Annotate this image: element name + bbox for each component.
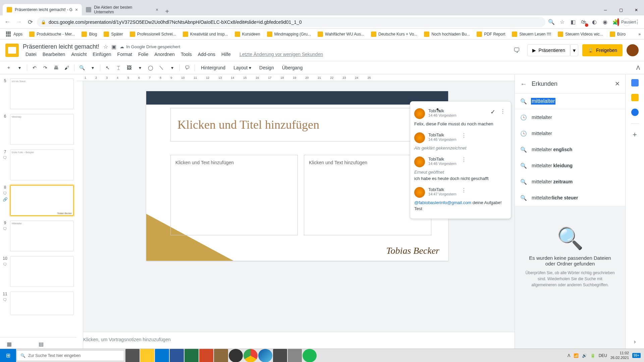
suggestion-item[interactable]: 🔍mittelalter englisch [515, 141, 625, 158]
extension-icon[interactable]: ◉ [601, 18, 609, 26]
design-button[interactable]: Design [256, 65, 277, 70]
comment-more-icon[interactable]: ⋮ [499, 108, 507, 115]
address-bar[interactable]: 🔒 docs.google.com/presentation/d/1yV372S… [37, 17, 545, 27]
app-icon[interactable] [288, 349, 302, 362]
bookmark-item[interactable]: Noch hochladen Bu... [421, 30, 473, 38]
filmstrip[interactable]: 5Ich bin Tewut. 6Mindmap 7🗨Erste Folie –… [0, 74, 76, 351]
menu-format[interactable]: Format [115, 51, 135, 58]
comment-mention[interactable]: @fabiobaslerinfo@gmail.com [414, 200, 471, 205]
excel-icon[interactable] [184, 349, 199, 362]
add-addon-icon[interactable]: + [631, 131, 639, 138]
bookmark-item[interactable]: Wahlfächer WU Aus... [315, 30, 367, 38]
task-view-icon[interactable] [125, 349, 140, 362]
paint-format-button[interactable]: 🖌 [62, 63, 71, 72]
transition-button[interactable]: Übergang [279, 65, 306, 70]
slide-thumbnail[interactable]: Ich bin Tewut. [10, 78, 74, 109]
menu-addons[interactable]: Add-ons [195, 51, 218, 58]
suggestion-item[interactable]: 🕓mittelalter [515, 125, 625, 141]
slide-thumbnail-active[interactable]: Tobias Becker [10, 185, 74, 216]
keep-icon[interactable] [631, 94, 639, 101]
back-button[interactable]: ← [3, 17, 12, 27]
comment-thread[interactable]: TobiTalk14:46 Vorgestern ✓ ⋮ Felix, dies… [410, 101, 511, 219]
bookmarks-overflow-icon[interactable]: » [638, 32, 641, 37]
collapse-toolbar-icon[interactable]: ᐱ [636, 65, 640, 71]
notification-badge[interactable]: 99+ [632, 353, 641, 358]
suggestion-item[interactable]: 🔍mittelalter kleidung [515, 158, 625, 174]
close-window-button[interactable]: ✕ [629, 5, 644, 15]
zoom-dropdown[interactable]: ▾ [88, 63, 97, 72]
slide-canvas[interactable]: Klicken und Titel hinzufügen Klicken und… [146, 91, 448, 261]
edge-icon[interactable] [258, 349, 272, 362]
bookmark-item[interactable]: Produktsuche - Mer... [26, 30, 77, 38]
redo-button[interactable]: ↷ [41, 63, 50, 72]
bookmark-apps[interactable]: Apps [3, 30, 25, 38]
line-dropdown[interactable]: ▾ [167, 63, 177, 72]
extension-icon[interactable]: ◐ [590, 18, 598, 26]
slides-logo-icon[interactable] [5, 44, 19, 57]
tray-chevron-icon[interactable]: ᐱ [568, 353, 570, 358]
edge-legacy-icon[interactable] [155, 349, 169, 362]
tab-close-icon[interactable]: × [75, 7, 78, 12]
browser-tab-active[interactable]: Präsentieren leicht gemacht! - G × [3, 4, 82, 15]
maximize-button[interactable]: ▢ [613, 5, 629, 15]
forward-button[interactable]: → [14, 17, 23, 27]
hide-sidepanel-icon[interactable]: › [634, 338, 636, 345]
speaker-notes[interactable]: Klicken, um Vortragsnotizen hinzuzufügen [76, 332, 515, 351]
search-query-selected[interactable]: mittelalter [531, 98, 555, 105]
menu-tools[interactable]: Tools [178, 51, 195, 58]
bookmark-item[interactable]: Steuern Videos wic... [555, 30, 606, 38]
account-avatar[interactable] [627, 44, 639, 56]
browser-tab[interactable]: Die Aktien der besten Unternehm × [82, 4, 162, 15]
comment-more-icon[interactable]: ⋮ [460, 132, 468, 139]
start-button[interactable]: ⊞ [0, 349, 16, 362]
new-tab-button[interactable]: + [162, 8, 172, 15]
resolve-check-icon[interactable]: ✓ [490, 108, 495, 116]
move-icon[interactable]: ▣ [111, 44, 116, 50]
line-tool[interactable]: ＼ [157, 63, 166, 72]
file-explorer-icon[interactable] [140, 349, 154, 362]
profile-pause-pill[interactable]: T Pausiert [623, 18, 631, 26]
title-placeholder[interactable]: Klicken und Titel hinzufügen [170, 108, 424, 141]
slide-thumbnail[interactable]: Mittelalter [10, 221, 74, 251]
bookmark-item[interactable]: Später [101, 30, 125, 38]
explore-close-icon[interactable]: ✕ [615, 80, 620, 87]
slide-thumbnail[interactable] [10, 256, 74, 287]
bookmark-item[interactable]: Blog [79, 30, 100, 38]
explore-back-icon[interactable]: ← [520, 80, 527, 88]
calendar-icon[interactable] [631, 79, 639, 86]
suggestion-item[interactable]: 🔍mittelalter zeitraum [515, 174, 625, 190]
image-dropdown[interactable]: ▾ [135, 63, 145, 72]
slide-thumbnail[interactable]: Mindmap [10, 114, 74, 145]
background-button[interactable]: Hintergrund [198, 65, 229, 70]
bookmark-item[interactable]: Kursideen [232, 30, 263, 38]
print-button[interactable]: 🖶 [51, 63, 61, 72]
undo-button[interactable]: ↶ [30, 63, 39, 72]
zoom-icon[interactable]: 🔍 [547, 18, 555, 26]
chrome-menu-icon[interactable]: ⋮ [633, 18, 641, 26]
menu-anordnen[interactable]: Anordnen [152, 51, 177, 58]
suggestion-item[interactable]: 🕓mittelalter [515, 109, 625, 125]
slide-thumbnail[interactable]: Erste Folie – Beispiel [10, 149, 74, 180]
comments-button[interactable]: 🗨 [510, 44, 523, 57]
bookmark-item[interactable]: Büro [607, 30, 628, 38]
tab-close-icon[interactable]: × [156, 7, 158, 12]
share-button[interactable]: 🔒Freigeben [582, 44, 623, 56]
volume-icon[interactable]: 🔊 [582, 353, 587, 358]
filmstrip-grid-view-icon[interactable]: ▤ [39, 341, 44, 347]
tasks-icon[interactable] [631, 109, 639, 116]
menu-hilfe[interactable]: Hilfe [219, 51, 233, 58]
bookmark-item[interactable]: Steuern Lesen !!!! [509, 30, 554, 38]
present-dropdown[interactable]: ▾ [570, 44, 578, 56]
taskbar-search[interactable]: 🔍Zur Suche Text hier eingeben [17, 350, 124, 361]
app-icon[interactable] [273, 349, 287, 362]
last-edit-link[interactable]: Letzte Änderung vor wenigen Sekunden [237, 51, 326, 58]
wifi-icon[interactable]: 📶 [574, 353, 579, 358]
bookmark-item[interactable]: Mindmapping (Gru... [264, 30, 314, 38]
reload-button[interactable]: ⟳ [25, 17, 35, 27]
textbox-tool[interactable]: ⌶ [114, 63, 123, 72]
chrome-icon[interactable] [244, 349, 258, 362]
obs-icon[interactable] [229, 349, 243, 362]
powerpoint-icon[interactable] [199, 349, 213, 362]
language-indicator[interactable]: DEU [599, 353, 607, 358]
menu-folie[interactable]: Folie [136, 51, 151, 58]
